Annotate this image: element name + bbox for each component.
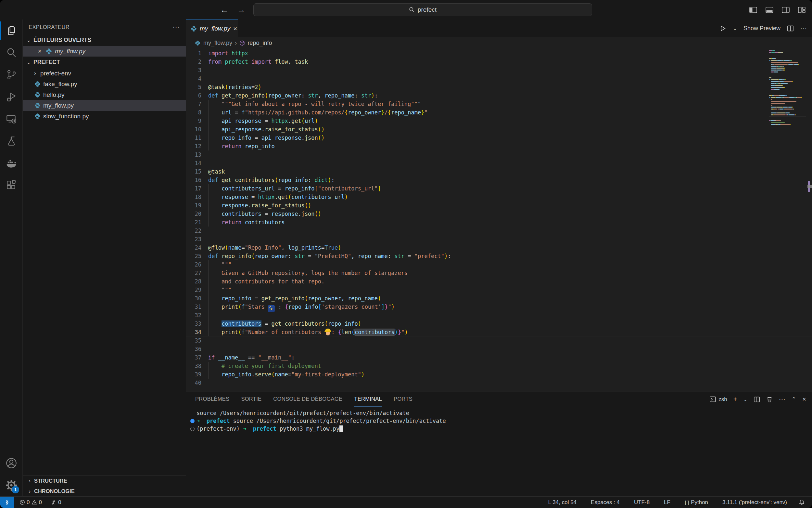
maximize-panel-icon[interactable]: ⌃ — [792, 396, 796, 403]
code-line[interactable]: 4 — [186, 75, 812, 83]
code-line[interactable]: 8 url = f"https://api.github.com/repos/{… — [186, 108, 812, 117]
code-line[interactable]: 11 repo_info = api_response.json() — [186, 134, 812, 142]
file-tree-item[interactable]: slow_function.py — [23, 111, 186, 122]
activitybar-explorer[interactable] — [0, 19, 22, 42]
code-line[interactable]: 20 contributors = response.json() — [186, 210, 812, 218]
split-editor-icon[interactable] — [787, 25, 794, 32]
breadcrumb-file[interactable]: my_flow.py — [203, 40, 232, 46]
code-line[interactable]: 13 — [186, 151, 812, 159]
panel-tab-ports[interactable]: PORTS — [394, 392, 413, 407]
code-line[interactable]: 5@task(retries=2) — [186, 83, 812, 91]
code-line[interactable]: 14 — [186, 159, 812, 167]
code-line[interactable]: 6def get_repo_info(repo_owner: str, repo… — [186, 91, 812, 100]
code-line[interactable]: 24@flow(name="Repo Info", log_prints=Tru… — [186, 244, 812, 252]
show-preview-button[interactable]: Show Preview — [744, 25, 780, 32]
command-center-search[interactable]: prefect — [253, 3, 592, 16]
terminal-dropdown-icon[interactable]: ⌄ — [743, 396, 747, 403]
code-line[interactable]: 27 Given a GitHub repository, logs the n… — [186, 269, 812, 277]
code-line[interactable]: 1import httpx — [186, 49, 812, 57]
code-line[interactable]: 32 — [186, 311, 812, 320]
tab-my-flow[interactable]: my_flow.py × — [186, 19, 238, 37]
file-tree-item[interactable]: ›prefect-env — [23, 68, 186, 79]
code-line[interactable]: 31 print(f"Stars ★ : {repo_info['stargaz… — [186, 303, 812, 311]
encoding[interactable]: UTF-8 — [631, 499, 652, 506]
nav-forward-icon[interactable]: → — [237, 5, 246, 15]
customize-layout-icon[interactable] — [798, 7, 806, 13]
run-button-icon[interactable] — [719, 25, 726, 32]
kill-terminal-trash-icon[interactable] — [766, 396, 773, 403]
code-line[interactable]: 39 repo_info.serve(name="my-first-deploy… — [186, 370, 812, 379]
split-terminal-icon[interactable] — [754, 396, 760, 403]
explorer-more-actions-icon[interactable]: ⋯ — [173, 23, 180, 31]
breadcrumb-symbol[interactable]: repo_info — [247, 40, 272, 46]
editor-more-actions-icon[interactable]: ⋯ — [800, 25, 807, 33]
activitybar-settings[interactable]: 1 — [0, 474, 22, 496]
code-line[interactable]: 18 response = httpx.get(contributors_url… — [186, 193, 812, 201]
toggle-panel-icon[interactable] — [766, 7, 773, 13]
code-line[interactable]: 29 """ — [186, 286, 812, 294]
code-line[interactable]: 3 — [186, 66, 812, 75]
panel-tab-sortie[interactable]: SORTIE — [241, 392, 261, 407]
code-line[interactable]: 35 — [186, 336, 812, 345]
activitybar-run-debug[interactable] — [0, 86, 22, 108]
code-line[interactable]: 38 # create your first deployment — [186, 362, 812, 370]
panel-more-actions-icon[interactable]: ⋯ — [779, 395, 785, 404]
code-line[interactable]: 16def get_contributors(repo_info: dict): — [186, 176, 812, 184]
code-line[interactable]: 7 """Get info about a repo - will retry … — [186, 100, 812, 108]
close-panel-icon[interactable]: × — [802, 395, 806, 403]
code-line[interactable]: 30 repo_info = get_repo_info(repo_owner,… — [186, 294, 812, 303]
open-editor-item[interactable]: × my_flow.py — [23, 46, 186, 56]
code-editor[interactable]: 1import httpx2from prefect import flow, … — [186, 48, 812, 392]
terminal-content[interactable]: source /Users/henricourdent/git/prefect/… — [186, 407, 812, 496]
code-line[interactable]: 28 and contributors for that repo. — [186, 277, 812, 286]
tab-close-icon[interactable]: × — [233, 25, 237, 33]
new-terminal-icon[interactable]: + — [733, 395, 737, 403]
activitybar-account[interactable] — [0, 452, 22, 474]
project-section-header[interactable]: ⌄ PREFECT — [23, 56, 186, 68]
code-line[interactable]: 36 — [186, 345, 812, 353]
code-line[interactable]: 25def repo_info(repo_owner: str = "Prefe… — [186, 252, 812, 260]
indentation[interactable]: Espaces : 4 — [588, 499, 622, 506]
code-line[interactable]: 40 — [186, 379, 812, 387]
code-line[interactable]: 12 return repo_info — [186, 142, 812, 151]
activitybar-source-control[interactable] — [0, 64, 22, 86]
code-line[interactable]: 21 return contributors — [186, 218, 812, 226]
timeline-section-header[interactable]: › CHRONOLOGIE — [23, 486, 186, 496]
scrollbar-slider[interactable] — [807, 185, 812, 188]
code-line[interactable]: 19 response.raise_for_status() — [186, 201, 812, 210]
code-line[interactable]: 23 — [186, 235, 812, 244]
close-icon[interactable]: × — [36, 47, 43, 55]
minimap[interactable] — [769, 50, 806, 128]
command-decoration-outline-icon[interactable] — [190, 427, 195, 431]
language-mode[interactable]: { } Python — [682, 499, 711, 506]
code-line[interactable]: 17 contributors_url = repo_info["contrib… — [186, 184, 812, 193]
file-tree-item[interactable]: hello.py — [23, 89, 186, 100]
code-line[interactable]: 26 """ — [186, 260, 812, 269]
terminal-shell-select[interactable]: zsh — [710, 396, 727, 403]
panel-tab-console-de-d-bogage[interactable]: CONSOLE DE DÉBOGAGE — [273, 392, 342, 407]
eol-sequence[interactable]: LF — [661, 499, 673, 506]
nav-back-icon[interactable]: ← — [220, 5, 229, 15]
code-line[interactable]: 34 print(f"Number of contributors : {len… — [186, 328, 812, 336]
open-editors-section-header[interactable]: ⌄ ÉDITEURS OUVERTS — [23, 35, 186, 46]
activitybar-search[interactable] — [0, 42, 22, 64]
cursor-position[interactable]: L 34, col 54 — [546, 499, 579, 506]
ports-status[interactable]: 0 — [48, 499, 64, 506]
remote-indicator[interactable] — [0, 497, 14, 508]
file-tree-item[interactable]: fake_flow.py — [23, 79, 186, 89]
code-line[interactable]: 10 api_response.raise_for_status() — [186, 125, 812, 134]
toggle-secondary-sidebar-icon[interactable] — [782, 7, 790, 13]
activitybar-docker[interactable] — [0, 152, 22, 174]
toggle-sidebar-icon[interactable] — [749, 7, 757, 13]
structure-section-header[interactable]: › STRUCTURE — [23, 475, 186, 486]
run-dropdown-icon[interactable]: ⌄ — [733, 26, 737, 32]
code-line[interactable]: 33 contributors = get_contributors(repo_… — [186, 320, 812, 328]
panel-tab-probl-mes[interactable]: PROBLÈMES — [195, 392, 229, 407]
problems-status[interactable]: 0 0 — [17, 499, 45, 506]
code-line[interactable]: 22 — [186, 226, 812, 235]
activitybar-remote-explorer[interactable] — [0, 108, 22, 130]
code-line[interactable]: 9 api_response = httpx.get(url) — [186, 117, 812, 125]
python-interpreter[interactable]: 3.11.1 ('prefect-env': venv) — [720, 499, 790, 506]
file-tree-item[interactable]: my_flow.py — [23, 100, 186, 111]
command-decoration-filled-icon[interactable] — [190, 419, 195, 423]
